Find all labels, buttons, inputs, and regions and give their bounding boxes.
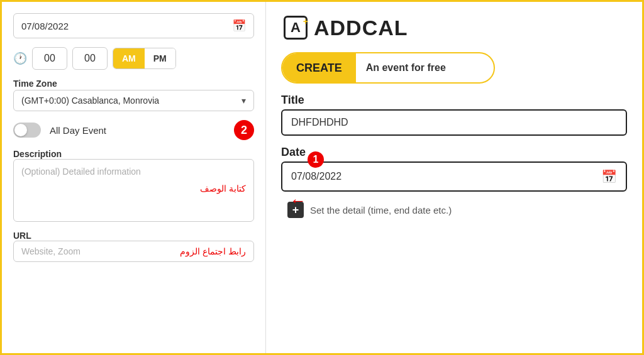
right-panel: A + ADDCAL CREATE An event for free Titl… bbox=[266, 2, 642, 353]
allday-toggle[interactable] bbox=[13, 123, 41, 138]
timezone-value: (GMT+0:00) Casablanca, Monrovia bbox=[21, 96, 159, 106]
description-placeholder: (Optional) Detailed information bbox=[21, 167, 141, 177]
title-section: Title DHFDHDHD bbox=[281, 94, 627, 136]
date-value: 07/08/2022 bbox=[21, 21, 69, 31]
date-input-value: 07/08/2022 bbox=[291, 171, 601, 182]
description-field[interactable]: (Optional) Detailed information كتابة ال… bbox=[13, 159, 254, 222]
set-detail-text: Set the detail (time, end date etc.) bbox=[310, 205, 452, 216]
description-arabic: كتابة الوصف bbox=[21, 183, 246, 194]
url-label: URL bbox=[13, 231, 254, 241]
timezone-label: Time Zone bbox=[13, 79, 254, 89]
date-calendar-icon: 📅 bbox=[601, 169, 617, 184]
clock-icon: 🕐 bbox=[13, 52, 27, 65]
url-field[interactable]: Website, Zoom رابط اجتماع الزوم bbox=[13, 241, 254, 262]
logo-area: A + ADDCAL bbox=[281, 13, 627, 42]
logo-plus-icon: + bbox=[303, 16, 308, 26]
date-section: Date 07/08/2022 1 📅 bbox=[281, 146, 627, 192]
url-placeholder: Website, Zoom bbox=[21, 246, 80, 256]
description-section: Description (Optional) Detailed informat… bbox=[13, 149, 254, 222]
calendar-icon: 📅 bbox=[232, 19, 246, 33]
step-badge-1: 1 bbox=[308, 151, 324, 168]
title-input[interactable]: DHFDHDHD bbox=[281, 109, 627, 136]
left-panel: 07/08/2022 📅 🕐 00 00 AM PM Time Zone (GM… bbox=[2, 2, 266, 353]
hours-input[interactable]: 00 bbox=[32, 47, 67, 70]
toggle-knob bbox=[14, 124, 27, 136]
minutes-input[interactable]: 00 bbox=[72, 47, 108, 70]
description-label: Description bbox=[13, 149, 254, 159]
logo-text: ADDCAL bbox=[314, 16, 408, 40]
timezone-section: Time Zone (GMT+0:00) Casablanca, Monrovi… bbox=[13, 79, 254, 111]
pm-button[interactable]: PM bbox=[145, 48, 175, 68]
set-detail-row: ← + Set the detail (time, end date etc.) bbox=[281, 202, 627, 218]
date-input[interactable]: 07/08/2022 1 📅 bbox=[281, 161, 627, 192]
logo-icon: A + bbox=[281, 13, 310, 42]
logo-letter: A + bbox=[284, 16, 308, 40]
allday-label: All Day Event bbox=[50, 125, 106, 136]
url-section: URL Website, Zoom رابط اجتماع الزوم bbox=[13, 231, 254, 262]
create-banner-text: An event for free bbox=[356, 62, 456, 74]
arrow-indicator: ← bbox=[290, 191, 306, 210]
ampm-group: AM PM bbox=[113, 48, 176, 69]
timezone-select[interactable]: (GMT+0:00) Casablanca, Monrovia ▾ bbox=[13, 90, 254, 111]
time-row: 🕐 00 00 AM PM bbox=[13, 47, 254, 70]
create-button[interactable]: CREATE bbox=[282, 53, 356, 82]
allday-row: All Day Event 2 bbox=[13, 120, 254, 140]
step-badge-2: 2 bbox=[234, 120, 254, 140]
title-label: Title bbox=[281, 94, 627, 107]
chevron-down-icon: ▾ bbox=[242, 96, 246, 106]
date-field[interactable]: 07/08/2022 📅 bbox=[13, 13, 254, 38]
create-banner[interactable]: CREATE An event for free bbox=[281, 52, 495, 84]
date-label: Date bbox=[281, 146, 627, 159]
url-arabic: رابط اجتماع الزوم bbox=[180, 246, 246, 256]
am-button[interactable]: AM bbox=[113, 48, 145, 68]
